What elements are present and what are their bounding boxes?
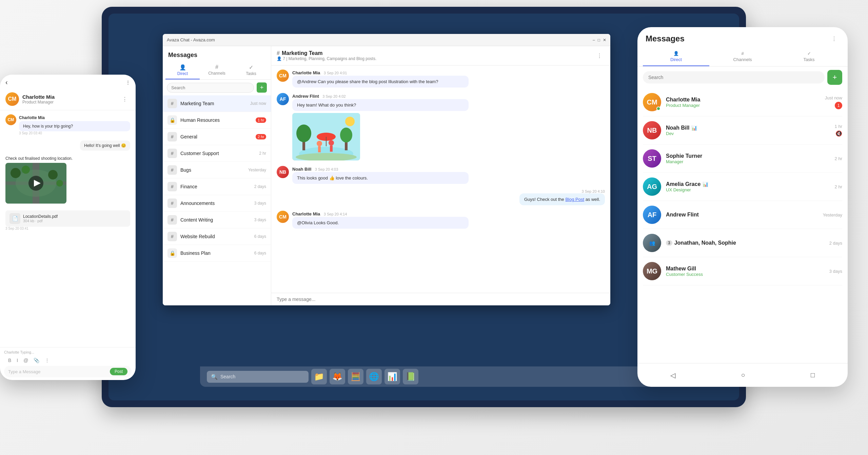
contact-list: CM Charlotte Mia Product Manager Just no… <box>637 88 848 363</box>
taskbar-app2[interactable]: 📗 <box>403 369 418 384</box>
chat-hash-icon: # <box>277 50 280 56</box>
contact-info: Amelia Grace 📊 UX Designer <box>666 181 830 192</box>
message-time: 3 Sep 20 4:02 <box>322 94 346 98</box>
message-time: 3 Sep 20 4:10 <box>581 189 605 193</box>
nav-recent-button[interactable]: □ <box>811 371 815 379</box>
blog-post-link[interactable]: Blog Post <box>565 197 584 202</box>
desktop-window: Avaza Chat - Avaza.com – □ ✕ Messages 👤 … <box>163 34 610 305</box>
channel-item-marketing-team[interactable]: # Marketing Team Just now <box>163 95 271 112</box>
close-button[interactable]: ✕ <box>603 38 606 42</box>
channel-item-business-plan[interactable]: 🔒 Business Plan 6 days <box>163 245 271 262</box>
channel-name: Bugs <box>180 167 248 173</box>
phone-message-3: Check out finalised shooting location. <box>5 155 130 204</box>
contact-mathew[interactable]: MG Mathew Gill Customer Success 3 days <box>643 257 842 285</box>
phone-msg-content: Hello! It's going well 😊 <box>5 140 130 151</box>
sidebar-search-input[interactable] <box>167 83 254 93</box>
contact-name: Charlotte Mia <box>666 97 820 103</box>
taskbar-chrome[interactable]: 🌐 <box>366 369 382 384</box>
tab-direct[interactable]: 👤 Direct <box>165 61 200 79</box>
contact-amelia[interactable]: AG Amelia Grace 📊 UX Designer 2 hr <box>643 173 842 201</box>
tab-tasks-right[interactable]: ✓ Tasks <box>776 48 842 66</box>
sidebar: Messages 👤 Direct # Channels ✓ Tasks <box>163 46 271 305</box>
sidebar-tabs: 👤 Direct # Channels ✓ Tasks <box>163 61 271 80</box>
phone-input-placeholder: Type a Message <box>8 369 108 374</box>
message-content: 3 Sep 20 4:10 Guys! Check out the Blog P… <box>277 189 605 205</box>
add-channel-button[interactable]: + <box>257 82 267 93</box>
typing-indicator: Charlotte Typing... <box>4 350 132 354</box>
contact-charlotte[interactable]: CM Charlotte Mia Product Manager Just no… <box>643 88 842 116</box>
taskbar-calc[interactable]: 🧮 <box>348 369 363 384</box>
phone-options-button[interactable]: ⋮ <box>119 95 130 104</box>
phone-right-add-button[interactable]: + <box>827 70 842 85</box>
channel-item-website-rebuild[interactable]: # Website Rebuild 6 days <box>163 228 271 245</box>
tab-tasks[interactable]: ✓ Tasks <box>234 61 268 79</box>
chat-header-info: # Marketing Team 👤 7 | Marketing, Planni… <box>277 50 376 61</box>
chat-message-5: CM Charlotte Mia 3 Sep 20 4:14 @Olivia L… <box>277 211 605 229</box>
tab-direct-right[interactable]: 👤 Direct <box>643 48 709 66</box>
taskbar-search[interactable]: 🔍 Search <box>207 371 309 383</box>
chat-title: # Marketing Team <box>277 50 376 56</box>
chat-options-button[interactable]: ⋮ <box>594 51 605 60</box>
phone-msg-time: 3 Sep 20 03:41 <box>5 227 130 230</box>
channel-item-general[interactable]: # General 2 hr <box>163 129 271 145</box>
chat-input-area <box>271 293 610 305</box>
phone-msg-sender: Charlotte Mia <box>19 115 45 120</box>
channel-hash-icon: # <box>167 132 177 141</box>
back-button[interactable]: ‹ <box>5 78 8 86</box>
channel-item-bugs[interactable]: # Bugs Yesterday <box>163 162 271 178</box>
channel-item-content-writing[interactable]: # Content Writing 3 days <box>163 212 271 228</box>
nav-back-button[interactable]: ◁ <box>670 371 675 379</box>
at-icon[interactable]: @ <box>23 358 28 363</box>
contact-sophie[interactable]: ST Sophie Turner Manager 2 hr <box>643 145 842 173</box>
channel-item-human-resources[interactable]: 🔒 Human Resources 1 hr <box>163 112 271 129</box>
channel-hash-icon: # <box>167 182 177 191</box>
channel-item-customer-support[interactable]: # Customer Support 2 hr <box>163 145 271 162</box>
svg-point-9 <box>329 140 334 146</box>
phone-file-attachment[interactable]: 📄 LocationDetails.pdf 304 kb · pdf <box>5 210 130 227</box>
contact-name: Noah Bill 📊 <box>666 125 830 131</box>
taskbar-firefox[interactable]: 🦊 <box>330 369 345 384</box>
contact-andrew[interactable]: AF Andrew Flint Yesterday <box>643 201 842 229</box>
channel-name: Website Rebuild <box>180 234 254 239</box>
phone-right-search-input[interactable] <box>643 71 825 83</box>
tab-channels-label: Channels <box>208 71 225 76</box>
taskbar-files[interactable]: 📁 <box>311 369 327 384</box>
chat-input[interactable] <box>277 297 605 302</box>
tab-channels[interactable]: # Channels <box>200 61 234 79</box>
attachment-icon[interactable]: 📎 <box>34 358 39 363</box>
taskbar-search-label: Search <box>220 374 235 379</box>
phone-right-options[interactable]: ⋮ <box>829 34 840 43</box>
maximize-button[interactable]: □ <box>598 38 600 42</box>
contact-group-jonathan[interactable]: 👥 3 Jonathan, Noah, Sophie 2 days <box>643 229 842 257</box>
window-controls: – □ ✕ <box>593 38 606 42</box>
phone-post-button[interactable]: Post <box>110 368 127 375</box>
contact-avatar-group: 👥 <box>643 234 661 252</box>
contact-info: Sophie Turner Manager <box>666 153 830 164</box>
contact-meta: Just now 1 <box>825 95 842 109</box>
channel-list: # Marketing Team Just now 🔒 Human Resour… <box>163 95 271 305</box>
online-indicator <box>656 107 660 111</box>
channel-time: 6 days <box>254 234 266 239</box>
phone-msg-time: 3 Sep 20 03:40 <box>19 131 130 135</box>
message-bubble: This looks good 👍 love the colours. <box>292 172 469 184</box>
bold-icon[interactable]: B <box>8 358 11 363</box>
message-sender: Noah Bill <box>292 167 311 172</box>
more-icon[interactable]: ⋮ <box>45 358 50 363</box>
channel-time: Just now <box>250 101 266 106</box>
italic-icon[interactable]: I <box>17 358 18 363</box>
minimize-button[interactable]: – <box>593 38 595 42</box>
phone-input-row: Type a Message Post <box>4 366 132 377</box>
channel-time: 2 days <box>254 184 266 189</box>
channel-item-announcements[interactable]: # Announcements 3 days <box>163 195 271 212</box>
channel-item-finance[interactable]: # Finance 2 days <box>163 178 271 195</box>
contact-noah[interactable]: NB Noah Bill 📊 Dev 1 hr 🔇 <box>643 116 842 145</box>
phone-typing-area: Charlotte Typing... B I @ 📎 ⋮ Type a Mes… <box>0 347 136 380</box>
taskbar-app1[interactable]: 📊 <box>384 369 400 384</box>
phone-right-title: Messages <box>646 34 685 43</box>
tab-channels-right[interactable]: # Channels <box>709 48 776 66</box>
chat-description: Marketing, Planning, Campaigns and Blog … <box>289 56 376 61</box>
direct-icon: 👤 <box>179 64 186 71</box>
contact-role: Customer Success <box>666 272 825 277</box>
phone-msg-bubble-reply: Hello! It's going well 😊 <box>80 140 130 151</box>
nav-home-button[interactable]: ○ <box>741 371 745 379</box>
